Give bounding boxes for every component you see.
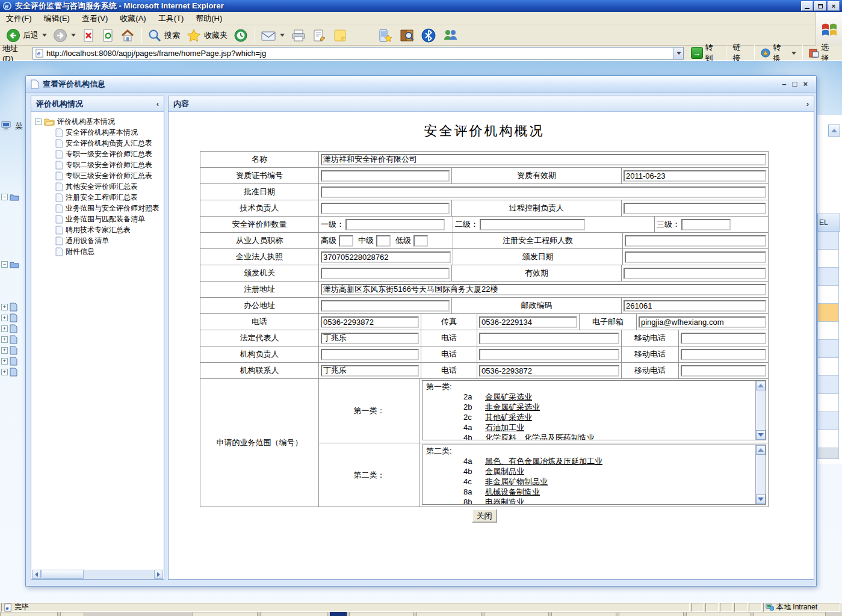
tree-item[interactable]: 专职二级安全评价师汇总表: [31, 159, 164, 170]
org-contact-phone-input[interactable]: [479, 365, 619, 377]
category1-list[interactable]: 第一类: 2a金属矿采选业 2b非金属矿采选业 2c其他矿采选业 4a石油加工业…: [422, 380, 766, 440]
email-input[interactable]: [639, 316, 766, 328]
grid-cell[interactable]: [817, 412, 839, 430]
expand-box-icon[interactable]: +: [1, 315, 8, 321]
grid-cell[interactable]: [817, 358, 839, 376]
level2-input[interactable]: [480, 219, 585, 230]
scope-item[interactable]: 8a机械设备制造业: [426, 487, 754, 497]
bluetooth-button[interactable]: [418, 26, 439, 45]
collapse-box-icon[interactable]: −: [35, 119, 42, 125]
taskbar-segment[interactable]: [260, 612, 327, 616]
postcode-input[interactable]: [624, 300, 766, 312]
tree-item[interactable]: 专职一级安全评价师汇总表: [31, 149, 164, 159]
scope-item[interactable]: 4a黑色、有色金属冶炼及压延加工业: [426, 456, 754, 466]
search-button[interactable]: 搜索: [145, 27, 182, 44]
scope-item[interactable]: 8b电器制造业: [426, 497, 754, 505]
messenger-button[interactable]: [440, 26, 460, 45]
taskbar-segment-active[interactable]: [330, 612, 347, 616]
menu-help[interactable]: 帮助(H): [190, 12, 228, 25]
menu-file[interactable]: 文件(F): [0, 12, 38, 25]
horizontal-scrollbar[interactable]: [32, 570, 163, 579]
address-field[interactable]: e http://localhost:8080/aqpj/pages/frame…: [33, 47, 684, 60]
expand-chevron-icon[interactable]: ›: [806, 99, 809, 108]
taskbar-segment[interactable]: [60, 612, 84, 616]
refresh-button[interactable]: [99, 27, 117, 44]
grid-cell[interactable]: [817, 394, 839, 412]
tree-item[interactable]: 通用设备清单: [31, 235, 164, 246]
scope-item[interactable]: 2b非金属矿采选业: [426, 402, 754, 412]
vertical-scrollbar[interactable]: [755, 445, 766, 504]
tech-head-input[interactable]: [321, 203, 450, 214]
scroll-down-button[interactable]: [756, 430, 766, 440]
popup-close-button[interactable]: ×: [803, 80, 808, 88]
home-button[interactable]: [118, 27, 137, 44]
expand-box-icon[interactable]: +: [1, 325, 8, 332]
tree-item-label[interactable]: 专职二级安全评价师汇总表: [66, 160, 152, 170]
grid-cell[interactable]: [817, 232, 839, 250]
taskbar-segment[interactable]: [686, 612, 751, 616]
org-head-mobile-input[interactable]: [681, 349, 766, 360]
back-caret-icon[interactable]: [42, 34, 47, 37]
approve-date-input[interactable]: [321, 186, 766, 198]
grid-cell-highlighted[interactable]: [817, 304, 839, 322]
tree-item-label[interactable]: 业务范围与匹配装备清单: [66, 214, 145, 224]
expand-box-icon[interactable]: +: [1, 347, 8, 354]
grid-cell[interactable]: [817, 430, 839, 448]
tree-root-label[interactable]: 评价机构基本情况: [57, 117, 115, 127]
collapse-box-icon[interactable]: −: [1, 194, 8, 200]
research-button[interactable]: [397, 26, 417, 45]
grid-cell[interactable]: [817, 286, 839, 304]
tree-item-label[interactable]: 安全评价机构负责人汇总表: [66, 138, 152, 149]
address-url[interactable]: http://localhost:8080/aqpj/pages/frame/h…: [46, 49, 673, 58]
minimize-button[interactable]: [801, 1, 813, 11]
tree-item[interactable]: 安全评价机构基本情况: [31, 127, 164, 138]
collapse-box-icon[interactable]: −: [1, 261, 8, 268]
address-dropdown-button[interactable]: [673, 48, 683, 59]
grid-cell[interactable]: [817, 322, 839, 340]
taskbar-segment[interactable]: [349, 612, 414, 616]
expand-box-icon[interactable]: +: [1, 369, 8, 375]
tree-item-label[interactable]: 专职三级安全评价师汇总表: [66, 171, 152, 181]
taskbar-segment[interactable]: [619, 612, 684, 616]
menu-tools[interactable]: 工具(T): [152, 12, 190, 25]
org-head-input[interactable]: [321, 349, 419, 360]
menu-edit[interactable]: 编辑(E): [38, 12, 76, 25]
history-button[interactable]: [231, 27, 250, 44]
forward-button[interactable]: [51, 27, 78, 44]
forward-caret-icon[interactable]: [71, 34, 76, 37]
print-button[interactable]: [288, 27, 309, 44]
org-contact-mobile-input[interactable]: [681, 365, 766, 377]
cert-no-input[interactable]: [321, 170, 450, 182]
grid-cell[interactable]: [817, 250, 839, 268]
tree-item-label[interactable]: 业务范围与安全评价师对照表: [66, 203, 159, 214]
tree-item-label[interactable]: 聘用技术专家汇总表: [66, 225, 131, 235]
grid-cell[interactable]: [817, 376, 839, 394]
org-head-phone-input[interactable]: [479, 349, 619, 360]
collapse-chevron-icon[interactable]: ‹: [156, 99, 159, 108]
tree-item-label[interactable]: 其他安全评价师汇总表: [66, 182, 138, 192]
grid-cell[interactable]: [817, 340, 839, 358]
notes-button[interactable]: [330, 27, 350, 44]
org-contact-input[interactable]: [321, 365, 419, 377]
expand-box-icon[interactable]: +: [1, 358, 8, 365]
back-button[interactable]: 后退: [4, 27, 49, 44]
scroll-up-button[interactable]: [828, 125, 840, 137]
middle-input[interactable]: [376, 235, 391, 247]
scroll-up-button[interactable]: [756, 381, 766, 390]
scroll-up-button[interactable]: [756, 445, 766, 455]
name-input[interactable]: [321, 154, 766, 165]
scope-item[interactable]: 4a石油加工业: [426, 422, 754, 433]
issue-org-input[interactable]: [321, 268, 450, 279]
tree-item[interactable]: 聘用技术专家汇总表: [31, 224, 164, 235]
reg-addr-input[interactable]: [321, 284, 766, 295]
mail-button[interactable]: [258, 27, 287, 44]
scope-item[interactable]: 2c其他矿采选业: [426, 412, 754, 422]
scope-item[interactable]: 4b金属制品业: [426, 466, 754, 476]
expand-box-icon[interactable]: +: [1, 336, 8, 343]
category2-list[interactable]: 第二类: 4a黑色、有色金属冶炼及压延加工业 4b金属制品业 4c非金属矿物制品…: [422, 445, 766, 505]
taskbar-segment[interactable]: [0, 612, 58, 616]
tree-item[interactable]: 附件信息: [31, 246, 164, 257]
menu-favorites[interactable]: 收藏(A): [114, 12, 152, 25]
taskbar-segment[interactable]: [416, 612, 481, 616]
edit-button[interactable]: [310, 27, 329, 44]
